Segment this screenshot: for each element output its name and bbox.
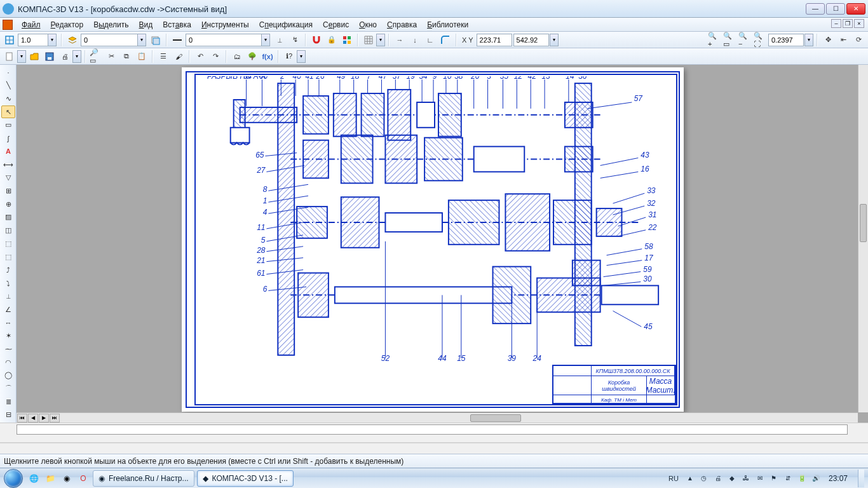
round-icon[interactable] [438,33,452,47]
menu-window[interactable]: Окно [354,19,382,30]
tray-app-a-icon[interactable]: ◆ [727,473,737,484]
tray-printer-icon[interactable]: 🖨 [713,473,723,484]
view-icon[interactable]: ◫ [1,224,15,237]
lock-icon[interactable]: 🔒 [325,33,339,47]
angle-icon[interactable]: ∠ [1,303,15,316]
tray-lang[interactable]: RU [666,475,681,482]
trim-icon[interactable]: ✶ [1,330,15,342]
undo-icon[interactable]: ↶ [193,50,207,64]
layer-input[interactable] [81,34,138,46]
window-minimize-button[interactable]: — [806,3,825,15]
pan-icon[interactable]: ✥ [821,33,835,47]
copyformat-icon[interactable]: 🖌 [172,50,186,64]
drawing-canvas[interactable]: 64 60 2 40 41 26 49 18 7 47 37 19 34 9 1… [17,65,868,423]
command-input[interactable] [17,424,848,435]
ortho-v-icon[interactable]: ↓ [408,33,422,47]
quick-chrome-icon[interactable]: ◉ [59,471,74,486]
dim-icon[interactable]: ⟷ [1,158,15,171]
vertical-scrollbar[interactable] [858,65,868,412]
tray-msg-icon[interactable]: ✉ [755,473,765,484]
linetype-dropdown[interactable]: ▾ [261,34,270,46]
tab-next-button[interactable]: ▶ [39,414,49,423]
tray-flag-icon[interactable]: ▲ [685,473,695,484]
redraw-icon[interactable]: ⟳ [851,33,865,47]
ortho-icon[interactable]: ∟ [423,33,437,47]
horizontal-scrollbar[interactable]: ⏮ ◀ ▶ ⏭ [17,412,858,423]
break-icon[interactable]: ⁓ [1,342,15,355]
menu-select[interactable]: Выделить [88,19,133,30]
show-desktop-button[interactable] [858,470,864,487]
grid-dropdown[interactable]: ▾ [376,34,385,46]
window-close-button[interactable]: ✕ [846,3,865,15]
tab-prev-button[interactable]: ◀ [28,414,38,423]
coord-y-input[interactable] [513,34,549,46]
zoom-input[interactable] [768,34,804,46]
distance-icon[interactable]: ↔ [1,316,15,329]
rough-icon[interactable]: ▽ [1,172,15,184]
text-a-icon[interactable]: A [1,145,15,158]
menu-libraries[interactable]: Библиотеки [422,19,473,30]
cut-icon[interactable]: ✂ [104,50,118,64]
quick-ie-icon[interactable]: 🌐 [26,471,41,486]
mdi-restore-button[interactable]: ❐ [843,19,853,28]
zoom-fit-icon[interactable]: 🔍⛶ [753,33,767,47]
preview-icon[interactable]: 🔎▭ [89,50,103,64]
menu-help[interactable]: Справка [382,19,422,30]
geom-rect-icon[interactable]: ▭ [1,119,15,132]
quick-explorer-icon[interactable]: 📁 [43,471,58,486]
geom-line-icon[interactable]: ╲ [1,79,15,92]
zoom-out-icon[interactable]: 🔍− [738,33,752,47]
menu-tools[interactable]: Инструменты [196,19,254,30]
fillet-icon[interactable]: ⌒ [1,383,15,395]
props-icon[interactable]: ☰ [156,50,170,64]
prev-view-icon[interactable]: ⇤ [836,33,850,47]
spec-icon[interactable]: ≣ [1,395,15,408]
scale-dropdown[interactable]: ▾ [48,34,57,46]
print-icon[interactable]: 🖨 [58,50,72,64]
help-icon[interactable]: ℹ? [282,50,296,64]
tab-last-button[interactable]: ⏭ [50,414,60,423]
state-a-icon[interactable]: ⟂ [273,33,287,47]
coord-dropdown[interactable]: ▾ [550,34,559,46]
state-b-icon[interactable]: ↯ [288,33,302,47]
tray-shield-icon[interactable]: ◷ [699,473,709,484]
edit-b-icon[interactable]: ⤵ [1,277,15,290]
tray-usb-icon[interactable]: ⇵ [783,473,793,484]
manager-icon[interactable]: 🗂 [230,50,244,64]
tray-flag2-icon[interactable]: ⚑ [769,473,779,484]
lib-icon[interactable]: ⊟ [1,409,15,421]
start-button[interactable] [1,468,25,489]
snap-icon[interactable] [3,33,17,47]
hatch-icon[interactable]: ▨ [1,211,15,224]
arc-icon[interactable]: ◠ [1,356,15,369]
magnet-icon[interactable] [309,33,323,47]
menu-file[interactable]: Файл [17,19,46,30]
table-icon[interactable]: ⊞ [1,185,15,198]
window-maximize-button[interactable]: ☐ [826,3,845,15]
grid-icon[interactable] [362,33,376,47]
task-freelance[interactable]: ◉ Freelance.Ru / Настр... [93,470,194,487]
color-icon[interactable] [340,33,354,47]
param-b-icon[interactable]: ⬚ [1,250,15,263]
edit-a-icon[interactable]: ⤴ [1,264,15,276]
new-dropdown[interactable]: ▾ [17,50,26,63]
linetype-icon[interactable] [170,33,184,47]
ortho-h-icon[interactable]: → [393,33,407,47]
tray-clock[interactable]: 23:07 [825,474,851,483]
zoom-window-icon[interactable]: 🔍▭ [722,33,736,47]
linetype-input[interactable] [186,34,262,46]
layer-dropdown[interactable]: ▾ [137,34,146,46]
mdi-close-button[interactable]: × [854,19,864,28]
redo-icon[interactable]: ↷ [208,50,222,64]
menu-spec[interactable]: Спецификация [254,19,318,30]
measure-icon[interactable]: ⟂ [1,290,15,302]
help-dropdown[interactable]: ▾ [297,50,306,63]
menu-editor[interactable]: Редактор [46,19,89,30]
paste-icon[interactable]: 📋 [135,50,149,64]
quick-opera-icon[interactable]: O [76,471,91,486]
copy-icon[interactable]: ⧉ [119,50,133,64]
tree-icon[interactable]: 🌳 [245,50,259,64]
menu-view[interactable]: Вид [134,19,158,30]
layer-mgr-icon[interactable] [149,33,163,47]
menu-service[interactable]: Сервис [318,19,354,30]
